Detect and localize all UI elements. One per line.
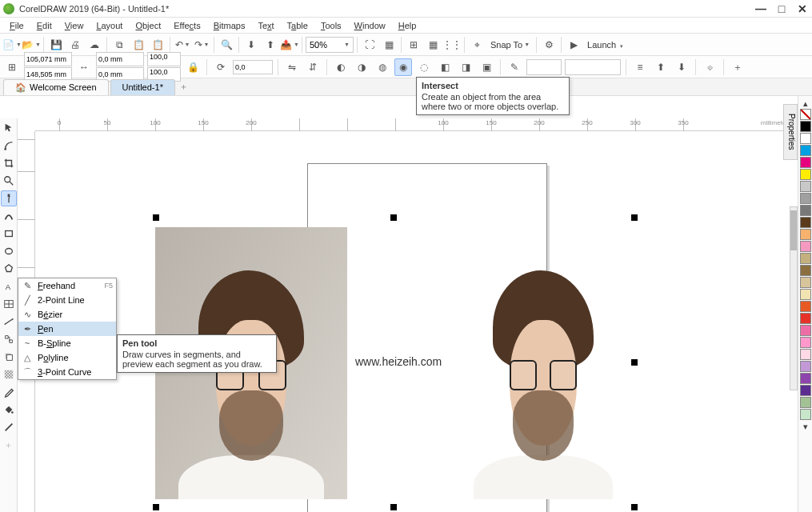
add-tab-button[interactable]: ＋ (177, 80, 191, 94)
convert-curves-button[interactable]: ⟐ (701, 58, 718, 76)
shaping-intersect-active-button[interactable]: ◉ (394, 58, 412, 76)
menu-text[interactable]: Text (251, 19, 280, 32)
cloud-button[interactable]: ☁ (86, 36, 103, 54)
tab-document[interactable]: Untitled-1* (110, 79, 175, 95)
menu-bitmaps[interactable]: Bitmaps (207, 19, 252, 32)
ellipse-tool[interactable] (1, 243, 17, 259)
color-swatch[interactable] (800, 133, 811, 144)
shape-tool[interactable] (1, 138, 17, 154)
transparency-tool[interactable] (1, 366, 17, 382)
text-tool[interactable]: A (1, 278, 17, 294)
wrap-text-button[interactable]: ≡ (631, 58, 649, 76)
publish-button[interactable]: 📤▼ (281, 36, 298, 54)
color-swatch[interactable] (800, 313, 811, 324)
polygon-tool[interactable] (1, 261, 17, 277)
shaping-back-minus-front-button[interactable]: ◨ (457, 58, 474, 76)
menu-object[interactable]: Object (129, 19, 167, 32)
menu-tools[interactable]: Tools (314, 19, 348, 32)
image-cutout[interactable] (451, 227, 635, 499)
selection-handle-n[interactable] (390, 214, 397, 221)
save-button[interactable]: 💾 (47, 36, 65, 54)
menu-layout[interactable]: Layout (90, 19, 129, 32)
dimension-tool[interactable] (1, 314, 17, 330)
preview-button[interactable]: ▦ (380, 36, 398, 54)
outline-width-combo[interactable] (526, 59, 562, 75)
menu-effects[interactable]: Effects (167, 19, 206, 32)
connector-tool[interactable] (1, 331, 17, 347)
selection-handle-nw[interactable] (153, 214, 159, 221)
color-swatch[interactable] (800, 193, 811, 204)
guides-button[interactable]: ⋮⋮ (443, 36, 461, 54)
clipboard-button[interactable]: 📋 (149, 36, 166, 54)
zoom-combo[interactable]: 50%▼ (306, 37, 354, 53)
color-swatch[interactable] (800, 397, 811, 408)
color-swatch[interactable] (800, 349, 811, 360)
add-preset-button[interactable]: ＋ (729, 58, 746, 76)
tab-welcome[interactable]: 🏠Welcome Screen (3, 79, 109, 95)
flyout-bezier[interactable]: ∿Bézier (18, 307, 116, 322)
selection-handle-s[interactable] (390, 504, 397, 510)
vertical-scrollbar[interactable] (790, 206, 798, 390)
eyedropper-tool[interactable] (1, 384, 17, 400)
mirror-h-button[interactable]: ⇋ (283, 58, 301, 76)
crop-tool[interactable] (1, 155, 17, 171)
flyout-polyline[interactable]: △Polyline (18, 350, 116, 365)
maximize-button[interactable]: □ (775, 2, 788, 15)
object-x-field[interactable]: 105,071 mm (24, 52, 72, 66)
rulers-button[interactable]: ⊞ (405, 36, 422, 54)
mirror-v-button[interactable]: ⇵ (304, 58, 322, 76)
color-swatch[interactable] (800, 325, 811, 336)
horizontal-ruler[interactable]: millimeters 0501001502001001502002503003… (35, 118, 793, 131)
snap-to-menu[interactable]: Snap To ▼ (487, 40, 533, 50)
minimize-button[interactable]: — (754, 2, 767, 15)
flyout-bspline[interactable]: ~B-Spline (18, 336, 116, 350)
scroll-thumb[interactable] (790, 210, 797, 250)
color-swatch[interactable] (800, 301, 811, 312)
undo-button[interactable]: ↶▼ (174, 36, 191, 54)
fill-tool[interactable] (1, 402, 17, 418)
menu-view[interactable]: View (58, 19, 90, 32)
color-swatch[interactable] (800, 373, 811, 384)
menu-edit[interactable]: Edit (30, 19, 58, 32)
drop-shadow-tool[interactable] (1, 349, 17, 365)
to-front-button[interactable]: ⬆ (652, 58, 670, 76)
shaping-simplify-button[interactable]: ◌ (415, 58, 433, 76)
flyout-pen[interactable]: ✒Pen (18, 322, 116, 336)
shaping-trim-button[interactable]: ◑ (353, 58, 370, 76)
selection-handle-ne[interactable] (631, 214, 638, 221)
launch-icon[interactable]: ▶ (565, 36, 582, 54)
freehand-tool[interactable] (1, 190, 17, 206)
palette-down-button[interactable]: ▾ (798, 421, 813, 432)
menu-window[interactable]: Window (348, 19, 392, 32)
color-swatch[interactable] (800, 361, 811, 372)
color-swatch[interactable] (800, 157, 811, 168)
menu-table[interactable]: Table (281, 19, 314, 32)
color-swatch[interactable] (800, 265, 811, 276)
lock-ratio-button[interactable]: 🔒 (184, 58, 202, 76)
color-swatch[interactable] (800, 205, 811, 216)
color-swatch[interactable] (800, 385, 811, 396)
color-swatch[interactable] (800, 253, 811, 264)
color-swatch[interactable] (800, 241, 811, 252)
object-w-field[interactable]: 0,0 mm (96, 52, 144, 66)
shaping-intersect-button[interactable]: ◍ (374, 58, 391, 76)
rotation-field[interactable]: 0,0 (233, 60, 273, 74)
color-swatch[interactable] (800, 145, 811, 156)
color-swatch[interactable] (800, 181, 811, 192)
flyout-3point-curve[interactable]: ⌒3-Point Curve (18, 365, 116, 379)
selection-handle-sw[interactable] (153, 504, 159, 510)
import-button[interactable]: ⬇ (242, 36, 260, 54)
export-button[interactable]: ⬆ (262, 36, 279, 54)
paste-button[interactable]: 📋 (130, 36, 147, 54)
color-swatch[interactable] (800, 277, 811, 288)
shaping-boundary-button[interactable]: ▣ (478, 58, 495, 76)
grid-button[interactable]: ▦ (424, 36, 442, 54)
no-fill-swatch[interactable] (800, 109, 811, 120)
selection-handle-e[interactable] (631, 359, 638, 366)
selection-handle-se[interactable] (631, 504, 638, 510)
table-tool[interactable] (1, 296, 17, 312)
options-button[interactable]: ⚙ (540, 36, 558, 54)
close-button[interactable]: ✕ (796, 2, 809, 15)
to-back-button[interactable]: ⬇ (673, 58, 690, 76)
outline-tool[interactable] (1, 419, 17, 435)
